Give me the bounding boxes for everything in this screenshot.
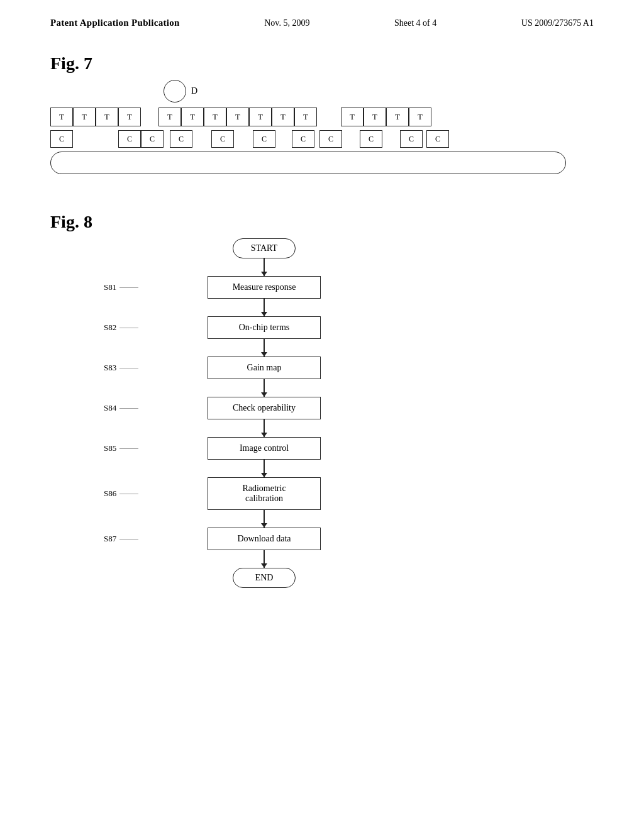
step-s86-row: S86 Radiometric calibration <box>138 477 390 510</box>
c-cell: C <box>360 130 382 148</box>
step-s85-row: S85 Image control <box>138 437 390 460</box>
step-s81-box: Measure response <box>208 276 321 299</box>
t-cell: T <box>204 108 226 126</box>
c-cell: C <box>292 130 314 148</box>
step-s87-row: S87 Download data <box>138 528 390 550</box>
t-cell: T <box>341 108 364 126</box>
step-s82-label: S82 <box>104 323 116 333</box>
t-cell: T <box>409 108 431 126</box>
step-s83-center: Gain map <box>138 357 390 379</box>
page-header: Patent Application Publication Nov. 5, 2… <box>0 0 644 28</box>
c-cell: C <box>211 130 234 148</box>
t-cell: T <box>158 108 181 126</box>
start-oval: START <box>233 238 296 258</box>
step-line <box>119 368 138 368</box>
start-node: START <box>138 238 390 258</box>
arrow <box>264 419 265 437</box>
step-line <box>119 494 138 494</box>
arrow <box>264 510 265 528</box>
step-s85-box: Image control <box>208 437 321 460</box>
c-cell: C <box>426 130 449 148</box>
t-row: T T T T T T T T T T T T T T T <box>50 108 566 126</box>
patent-number: US 2009/273675 A1 <box>521 18 594 28</box>
c-row: C C C C C C C C C C C <box>50 130 566 148</box>
flowchart: START S81 Measure response S82 On-chip t… <box>138 238 390 588</box>
t-cell: T <box>118 108 141 126</box>
c-cell: C <box>50 130 73 148</box>
step-s87-label: S87 <box>104 534 116 544</box>
step-s81-center: Measure response <box>138 276 390 299</box>
main-content: Fig. 7 D T T T T T T T T T <box>0 28 644 613</box>
d-label: D <box>191 86 197 96</box>
step-s86-label: S86 <box>104 489 116 499</box>
step-s82-center: On-chip terms <box>138 316 390 339</box>
date-label: Nov. 5, 2009 <box>264 18 309 28</box>
step-line <box>119 328 138 328</box>
t-cell: T <box>50 108 73 126</box>
step-line <box>119 448 138 449</box>
step-line <box>119 539 138 540</box>
t-cell: T <box>181 108 204 126</box>
end-oval: END <box>233 568 296 588</box>
step-s83-box: Gain map <box>208 357 321 379</box>
c-cell: C <box>400 130 423 148</box>
sheet-label: Sheet 4 of 4 <box>394 18 436 28</box>
step-s83-row: S83 Gain map <box>138 357 390 379</box>
fig7-label: Fig. 7 <box>50 53 594 74</box>
t-cell: T <box>294 108 317 126</box>
step-s86-center: Radiometric calibration <box>138 477 390 510</box>
t-cell: T <box>272 108 294 126</box>
arrow <box>264 299 265 316</box>
fig7-section: Fig. 7 D T T T T T T T T T <box>50 53 594 174</box>
step-s81-label: S81 <box>104 282 116 292</box>
fig8-section: Fig. 8 START S81 Measure response S82 <box>50 212 594 588</box>
t-cell: T <box>73 108 96 126</box>
step-s82-box: On-chip terms <box>208 316 321 339</box>
step-s85-label: S85 <box>104 443 116 453</box>
step-line <box>119 287 138 288</box>
d-circle-row: D <box>164 80 566 102</box>
arrow <box>264 258 265 276</box>
t-cell: T <box>386 108 409 126</box>
bus-bar <box>50 152 566 174</box>
step-s84-row: S84 Check operability <box>138 397 390 419</box>
fig8-label: Fig. 8 <box>50 212 594 232</box>
step-s82-row: S82 On-chip terms <box>138 316 390 339</box>
step-s87-center: Download data <box>138 528 390 550</box>
c-cell: C <box>141 130 164 148</box>
step-s83-label: S83 <box>104 363 116 373</box>
publication-label: Patent Application Publication <box>50 18 180 28</box>
t-cell: T <box>364 108 386 126</box>
step-s84-center: Check operability <box>138 397 390 419</box>
step-s87-box: Download data <box>208 528 321 550</box>
arrow <box>264 339 265 357</box>
step-s84-label: S84 <box>104 403 116 413</box>
t-cell: T <box>226 108 249 126</box>
step-line <box>119 408 138 409</box>
t-cell: T <box>96 108 118 126</box>
arrow <box>264 379 265 397</box>
fig7-diagram: D T T T T T T T T T T T <box>50 80 566 174</box>
step-s86-box: Radiometric calibration <box>208 477 321 510</box>
step-s85-center: Image control <box>138 437 390 460</box>
c-cell: C <box>118 130 141 148</box>
c-cell: C <box>170 130 192 148</box>
t-cell: T <box>249 108 272 126</box>
arrow <box>264 460 265 477</box>
d-circle <box>164 80 186 102</box>
c-cell: C <box>319 130 342 148</box>
end-node: END <box>138 568 390 588</box>
step-s81-row: S81 Measure response <box>138 276 390 299</box>
arrow <box>264 550 265 568</box>
c-cell: C <box>253 130 275 148</box>
step-s84-box: Check operability <box>208 397 321 419</box>
